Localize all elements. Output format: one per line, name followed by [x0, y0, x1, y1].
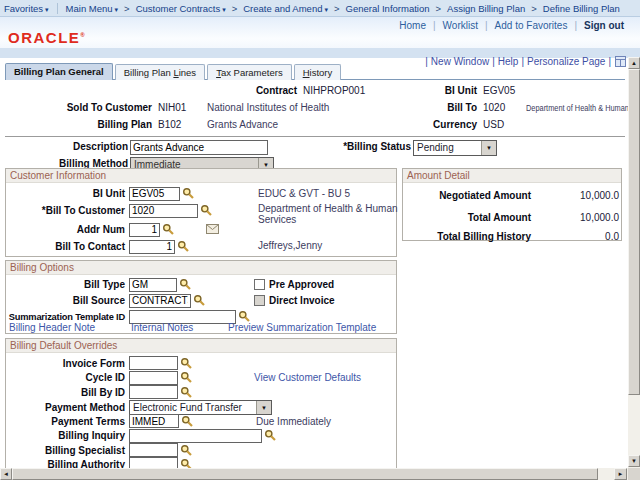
addr-num-lookup-button[interactable] — [162, 223, 175, 236]
bi-unit-header-label: BI Unit — [380, 85, 477, 96]
total-amount-row: Total Amount 10,000.0 — [403, 210, 621, 225]
chevron-down-icon: ▾ — [45, 6, 49, 13]
divider: | — [608, 56, 611, 67]
bill-to-customer-label: *Bill To Customer — [6, 205, 129, 216]
divider: | — [521, 56, 524, 67]
bill-to-header-label: Bill To — [380, 102, 477, 113]
section-title: Billing Options — [6, 261, 396, 275]
billing-plan-value: B102 — [158, 119, 181, 130]
link-add-to-favorites[interactable]: Add to Favorites — [495, 20, 568, 31]
addr-num-input[interactable] — [129, 223, 160, 237]
link-personalize-page[interactable]: Personalize Page — [527, 56, 605, 67]
scroll-down-button[interactable]: ▼ — [628, 455, 640, 467]
bill-by-id-lookup-button[interactable] — [180, 386, 193, 399]
payment-method-select[interactable]: Electronic Fund Transfer ▼ — [129, 400, 272, 415]
bill-to-customer-lookup-button[interactable] — [200, 204, 213, 217]
link-worklist[interactable]: Worklist — [443, 20, 478, 31]
chevron-down-icon: ▼ — [256, 401, 271, 414]
contract-value: NIHPROP001 — [303, 85, 365, 96]
direct-invoice-label: Direct Invoice — [269, 295, 335, 306]
vertical-scroll-thumb[interactable] — [628, 69, 640, 395]
pre-approved-field: Pre Approved — [254, 279, 334, 290]
chevron-down-icon: ▾ — [324, 6, 328, 13]
payment-terms-input[interactable] — [129, 414, 179, 428]
breadcrumb-assign-billing-plan[interactable]: Assign Billing Plan — [443, 3, 529, 14]
bill-by-id-row: Bill By ID — [6, 385, 396, 399]
pre-approved-checkbox[interactable] — [254, 279, 265, 290]
oracle-logo: ORACLE® — [8, 29, 86, 46]
billing-specialist-lookup-button[interactable] — [180, 444, 193, 457]
addr-num-label: Addr Num — [6, 224, 129, 235]
billing-inquiry-input[interactable] — [129, 429, 262, 443]
search-icon — [180, 371, 193, 384]
breadcrumb-create-and-amend[interactable]: Create and Amend▾ — [239, 3, 332, 14]
direct-invoice-field: Direct Invoice — [254, 295, 335, 306]
link-sign-out[interactable]: Sign out — [584, 20, 624, 31]
view-customer-defaults-link[interactable]: View Customer Defaults — [254, 372, 361, 383]
bill-to-contact-input[interactable] — [129, 240, 175, 254]
tab-history[interactable]: History — [294, 64, 342, 80]
search-icon — [264, 429, 277, 442]
tab-billing-plan-lines[interactable]: Billing Plan Lines — [115, 64, 205, 80]
tab-billing-plan-general[interactable]: Billing Plan General — [5, 63, 113, 80]
link-home[interactable]: Home — [399, 20, 426, 31]
negotiated-amount-row: Negotiated Amount 10,000.0 — [403, 188, 621, 203]
envelope-icon[interactable] — [206, 224, 219, 234]
description-input[interactable] — [130, 140, 268, 155]
billing-inquiry-lookup-button[interactable] — [264, 429, 277, 442]
preview-summarization-template-link[interactable]: Preview Summarization Template — [228, 322, 376, 333]
link-help[interactable]: Help — [498, 56, 519, 67]
bill-by-id-input[interactable] — [129, 385, 178, 399]
scroll-left-button[interactable]: ◄ — [0, 468, 12, 480]
bill-to-contact-lookup-button[interactable] — [177, 240, 190, 253]
payment-terms-label: Payment Terms — [6, 416, 129, 427]
scroll-up-button[interactable]: ▲ — [628, 57, 640, 69]
bi-unit-lookup-button[interactable] — [182, 187, 195, 200]
link-new-window[interactable]: New Window — [431, 56, 489, 67]
page-action-bar: | New Window | Help | Personalize Page | — [425, 56, 626, 67]
chevron-down-icon: ▾ — [115, 6, 119, 13]
bill-to-customer-input[interactable] — [129, 204, 198, 218]
vertical-scrollbar[interactable]: ▲ ▼ — [628, 57, 640, 468]
bill-by-id-label: Bill By ID — [6, 387, 129, 398]
scroll-right-icon: ► — [618, 471, 624, 477]
cycle-id-row: Cycle ID View Customer Defaults — [6, 371, 396, 385]
addr-num-row: Addr Num — [6, 222, 396, 237]
breadcrumb-define-billing-plan[interactable]: Define Billing Plan — [539, 3, 624, 14]
scroll-right-button[interactable]: ► — [614, 468, 627, 480]
billing-status-select[interactable]: Pending ▼ — [413, 140, 497, 156]
brand-bar: Home | Worklist | Add to Favorites | Sig… — [0, 17, 640, 48]
cycle-id-lookup-button[interactable] — [180, 371, 193, 384]
personalize-layout-icon[interactable] — [615, 56, 626, 67]
invoice-form-lookup-button[interactable] — [180, 357, 193, 370]
payment-terms-lookup-button[interactable] — [181, 415, 194, 428]
horizontal-scrollbar[interactable]: ◄ ► — [0, 468, 628, 480]
bill-source-lookup-button[interactable] — [193, 294, 206, 307]
breadcrumb-separator: > — [434, 3, 444, 14]
divider — [5, 136, 625, 137]
search-icon — [180, 357, 193, 370]
billing-specialist-input[interactable] — [129, 443, 178, 457]
bill-type-row: Bill Type Pre Approved — [6, 277, 396, 292]
breadcrumb-favorites[interactable]: Favorites▾ — [0, 3, 53, 14]
sold-to-customer-name: National Institutes of Health — [207, 102, 329, 113]
bill-source-input[interactable] — [129, 294, 191, 308]
negotiated-amount-label: Negotiated Amount — [403, 190, 535, 201]
section-title: Customer Information — [6, 169, 396, 183]
bi-unit-input[interactable] — [129, 187, 180, 201]
breadcrumb-general-information[interactable]: General Information — [342, 3, 434, 14]
payment-method-label: Payment Method — [6, 402, 129, 413]
internal-notes-link[interactable]: Internal Notes — [131, 322, 193, 333]
invoice-form-input[interactable] — [129, 356, 178, 370]
bill-source-label: Bill Source — [6, 295, 129, 306]
horizontal-scroll-thumb[interactable] — [12, 468, 598, 480]
tab-tax-parameters[interactable]: Tax Parameters — [207, 64, 292, 80]
cycle-id-input[interactable] — [129, 371, 178, 385]
search-icon — [200, 204, 213, 217]
billing-header-note-link[interactable]: Billing Header Note — [9, 322, 95, 333]
bill-type-input[interactable] — [129, 278, 177, 292]
breadcrumb: Favorites▾ Main Menu▾ > Customer Contrac… — [0, 0, 640, 17]
breadcrumb-main-menu[interactable]: Main Menu▾ — [62, 3, 123, 14]
breadcrumb-customer-contracts[interactable]: Customer Contracts▾ — [132, 3, 230, 14]
bill-type-lookup-button[interactable] — [179, 278, 192, 291]
